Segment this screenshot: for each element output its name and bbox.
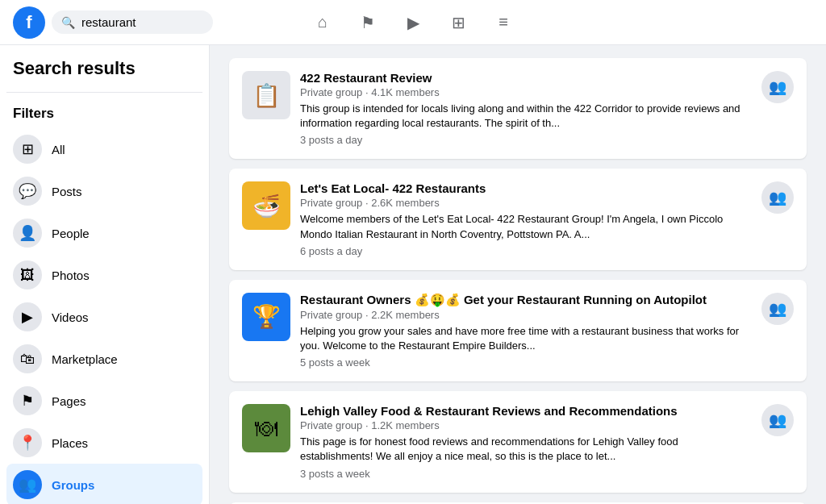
nav-left: f 🔍 <box>13 6 213 39</box>
search-input[interactable] <box>81 15 203 29</box>
result-desc-2: Welcome members of the Let's Eat Local- … <box>300 212 752 241</box>
result-desc-3: Helping you grow your sales and have mor… <box>300 324 752 353</box>
result-title-2: Let's Eat Local- 422 Restaurants <box>300 181 752 195</box>
places-icon: 📍 <box>13 428 42 457</box>
search-bar[interactable]: 🔍 <box>52 10 213 34</box>
marketplace-icon: 🛍 <box>13 344 42 373</box>
join-button-1[interactable]: 👥 <box>761 71 794 103</box>
result-posts-4: 3 posts a week <box>300 468 752 480</box>
result-avatar-1: 📋 <box>242 71 290 119</box>
result-avatar-4: 🍽 <box>242 404 290 452</box>
result-subtitle-4: Private group · 1.2K members <box>300 419 752 431</box>
result-card-1: 📋 422 Restaurant Review Private group · … <box>229 58 807 159</box>
photos-icon: 🖼 <box>13 260 42 289</box>
sidebar-item-photos-label: Photos <box>52 269 90 282</box>
pages-icon: ⚑ <box>13 386 42 415</box>
sidebar-item-photos[interactable]: 🖼 Photos <box>6 254 202 296</box>
sidebar-item-marketplace-label: Marketplace <box>52 352 118 366</box>
results-area: 📋 422 Restaurant Review Private group · … <box>210 45 826 504</box>
people-icon: 👤 <box>13 219 42 248</box>
sidebar-item-all-label: All <box>52 143 65 156</box>
divider <box>6 92 202 93</box>
result-subtitle-2: Private group · 2.6K members <box>300 197 752 209</box>
result-content-4: Lehigh Valley Food & Restaurant Reviews … <box>300 404 752 479</box>
result-title-4: Lehigh Valley Food & Restaurant Reviews … <box>300 404 752 418</box>
result-avatar-2: 🍜 <box>242 181 290 230</box>
sidebar-item-people[interactable]: 👤 People <box>6 212 202 254</box>
sidebar-item-groups-label: Groups <box>52 478 94 492</box>
result-desc-1: This group is intended for locals living… <box>300 102 752 131</box>
sidebar-item-marketplace[interactable]: 🛍 Marketplace <box>6 338 202 380</box>
marketplace-nav-button[interactable]: ⊞ <box>439 3 478 42</box>
groups-icon: 👥 <box>13 470 42 499</box>
sidebar-item-places-label: Places <box>52 436 88 450</box>
result-posts-3: 5 posts a week <box>300 356 752 369</box>
result-desc-4: This page is for honest food reviews and… <box>300 435 752 464</box>
sidebar-item-videos-label: Videos <box>52 310 89 324</box>
nav-center: ⌂ ⚑ ▶ ⊞ ≡ <box>303 3 523 42</box>
sidebar-item-people-label: People <box>52 227 90 240</box>
sidebar-item-posts-label: Posts <box>52 185 82 198</box>
top-nav: f 🔍 ⌂ ⚑ ▶ ⊞ ≡ <box>0 0 826 45</box>
sidebar-item-groups[interactable]: 👥 Groups <box>6 464 202 504</box>
result-card-4: 🍽 Lehigh Valley Food & Restaurant Review… <box>229 391 807 492</box>
sidebar-item-places[interactable]: 📍 Places <box>6 422 202 464</box>
sidebar-item-pages[interactable]: ⚑ Pages <box>6 380 202 422</box>
sidebar-item-posts[interactable]: 💬 Posts <box>6 170 202 212</box>
result-card-2: 🍜 Let's Eat Local- 422 Restaurants Priva… <box>229 169 807 269</box>
watch-nav-button[interactable]: ▶ <box>394 3 432 42</box>
result-content-1: 422 Restaurant Review Private group · 4.… <box>300 71 752 146</box>
sidebar-item-pages-label: Pages <box>52 394 86 408</box>
result-content-3: Restaurant Owners 💰🤑💰 Get your Restauran… <box>300 293 752 369</box>
join-button-2[interactable]: 👥 <box>761 181 794 214</box>
posts-icon: 💬 <box>13 177 42 206</box>
home-nav-button[interactable]: ⌂ <box>303 3 342 42</box>
join-button-4[interactable]: 👥 <box>761 404 794 436</box>
flag-nav-button[interactable]: ⚑ <box>348 3 387 42</box>
all-icon: ⊞ <box>13 135 42 164</box>
main-layout: Search results Filters ⊞ All 💬 Posts 👤 P… <box>0 45 826 504</box>
sidebar-item-videos[interactable]: ▶ Videos <box>6 296 202 338</box>
result-title-1: 422 Restaurant Review <box>300 71 752 85</box>
result-title-3: Restaurant Owners 💰🤑💰 Get your Restauran… <box>300 293 752 307</box>
join-button-3[interactable]: 👥 <box>761 293 794 325</box>
sidebar: Search results Filters ⊞ All 💬 Posts 👤 P… <box>0 45 210 504</box>
result-avatar-3: 🏆 <box>242 293 290 341</box>
news-nav-button[interactable]: ≡ <box>484 3 523 42</box>
search-icon: 🔍 <box>61 16 75 29</box>
facebook-logo[interactable]: f <box>13 6 45 39</box>
videos-icon: ▶ <box>13 302 42 331</box>
page-title: Search results <box>6 58 202 89</box>
sidebar-item-all[interactable]: ⊞ All <box>6 128 202 170</box>
result-card-3: 🏆 Restaurant Owners 💰🤑💰 Get your Restaur… <box>229 280 807 381</box>
filters-label: Filters <box>6 96 202 128</box>
result-posts-2: 6 posts a day <box>300 245 752 257</box>
result-subtitle-3: Private group · 2.2K members <box>300 309 752 321</box>
result-posts-1: 3 posts a day <box>300 134 752 146</box>
result-subtitle-1: Private group · 4.1K members <box>300 86 752 98</box>
result-content-2: Let's Eat Local- 422 Restaurants Private… <box>300 181 752 256</box>
